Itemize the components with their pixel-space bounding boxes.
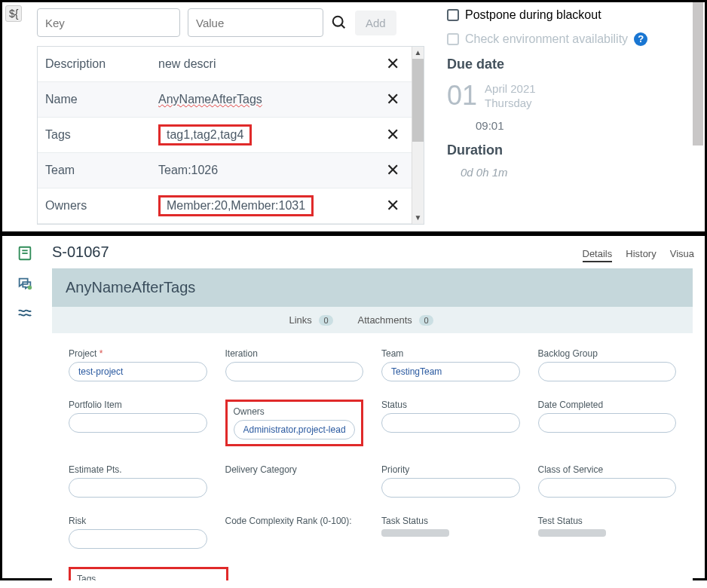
delete-row-icon[interactable]: ✕ [381,125,404,145]
portfolio-item-field[interactable] [69,413,207,433]
backlog-group-label: Backlog Group [538,348,677,359]
team-label: Team [381,348,520,359]
form-area: Project * Iteration Team Backlog Group [52,333,693,580]
delete-row-icon[interactable]: ✕ [381,54,404,74]
row-key: Name [45,93,158,106]
estimate-pts-label: Estimate Pts. [69,464,207,475]
row-key: Owners [45,199,158,213]
table-row: Name AnyNameAfterTags ✕ [38,82,412,118]
story-type-icon [17,245,33,262]
date-completed-field[interactable] [538,413,677,433]
story-title: AnyNameAfterTags [52,268,693,307]
backlog-group-field[interactable] [538,362,677,381]
priority-label: Priority [381,464,520,475]
date-completed-label: Date Completed [538,400,677,410]
check-env-label: Check environment availability [465,32,628,46]
svg-line-1 [341,25,345,29]
date-month-year: April 2021 [485,81,536,96]
row-key: Team [45,164,158,177]
status-label: Status [381,400,520,410]
iteration-field[interactable] [225,362,364,381]
check-env-checkbox-line: Check environment availability ? [447,32,690,46]
task-status-label: Task Status [381,516,520,526]
table-row: Tags tag1,tag2,tag4 ✕ [38,118,412,153]
row-key: Description [45,57,158,71]
table-row: Team Team:1026 ✕ [38,153,412,188]
checkbox-icon [447,33,459,45]
delete-row-icon[interactable]: ✕ [381,161,404,180]
svg-point-0 [333,17,343,26]
scroll-up-icon[interactable]: ▲ [412,47,424,59]
kv-input-row: Add [37,8,424,37]
table-row: Owners Member:20,Member:1031 ✕ [38,188,412,224]
sub-band: Links 0 Attachments 0 [52,307,693,333]
project-label: Project [69,348,96,359]
risk-label: Risk [69,516,207,526]
variable-picker-badge[interactable]: ${ [5,5,22,22]
attachments-label[interactable]: Attachments [358,314,412,326]
kv-table: Description new descri ✕ Name AnyNameAft… [37,46,424,225]
priority-field[interactable] [381,478,520,498]
owners-label: Owners [234,406,356,417]
date-picker-display[interactable]: 01 April 2021 Thursday [447,80,690,112]
test-status-bar [538,529,606,537]
delete-row-icon[interactable]: ✕ [381,90,404,109]
comments-icon[interactable] [17,275,33,292]
links-count: 0 [319,315,332,326]
test-status-label: Test Status [538,516,677,526]
duration-heading: Duration [447,142,690,158]
waves-icon[interactable] [17,305,33,322]
due-date-heading: Due date [447,57,690,72]
delete-row-icon[interactable]: ✕ [381,196,404,216]
tab-visual[interactable]: Visua [670,248,694,262]
delivery-category-label: Delivery Category [225,464,364,475]
class-of-service-label: Class of Service [538,464,677,475]
search-icon[interactable] [331,14,347,31]
value-input[interactable] [188,8,323,37]
svg-point-5 [28,286,32,290]
tab-details[interactable]: Details [583,248,613,262]
tab-history[interactable]: History [626,248,656,262]
class-of-service-field[interactable] [538,478,677,498]
top-panel: ${ Add Description new descri ✕ [0,0,707,234]
tags-label: Tags [77,574,220,580]
help-icon[interactable]: ? [634,32,647,46]
estimate-pts-field[interactable] [69,478,207,498]
date-weekday: Thursday [485,96,536,111]
scroll-down-icon[interactable]: ▼ [412,212,424,224]
postpone-label: Postpone during blackout [465,8,601,22]
attachments-count: 0 [419,315,433,326]
links-label[interactable]: Links [289,314,311,326]
row-value: tag1,tag2,tag4 [158,124,252,145]
table-scrollbar[interactable]: ▲ ▼ [412,47,424,224]
code-complexity-label: Code Complexity Rank (0-100): [225,516,364,526]
project-field[interactable] [69,362,207,381]
iteration-label: Iteration [225,348,364,359]
date-day: 01 [447,80,477,112]
key-input[interactable] [37,8,180,37]
portfolio-item-label: Portfolio Item [69,400,207,410]
duration-value: 0d 0h 1m [461,166,690,179]
checkbox-icon[interactable] [447,9,459,21]
detail-tabs: Details History Visua [583,248,695,262]
left-icon-rail [10,245,40,322]
right-scrollbar[interactable] [693,2,703,145]
team-field[interactable] [381,362,520,381]
row-key: Tags [45,128,158,142]
row-value: Team:1026 [158,164,381,177]
task-status-bar [381,529,449,537]
row-value: new descri [158,57,381,71]
owners-field[interactable] [234,420,356,439]
bottom-panel: S-01067 Details History Visua AnyNameAft… [0,234,707,580]
due-time[interactable]: 09:01 [476,119,690,132]
scroll-thumb[interactable] [412,59,424,142]
risk-field[interactable] [69,529,207,549]
postpone-checkbox-line[interactable]: Postpone during blackout [447,8,690,22]
row-value: AnyNameAfterTags [158,93,262,106]
add-button[interactable]: Add [355,11,396,35]
table-row: Description new descri ✕ [38,47,412,82]
row-value: Member:20,Member:1031 [158,195,314,216]
status-field[interactable] [381,413,520,433]
